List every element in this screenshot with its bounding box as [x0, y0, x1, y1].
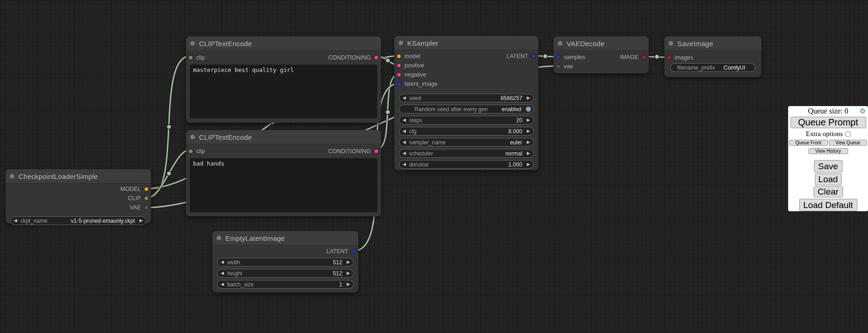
widget-denoise[interactable]: ◀ denoise 1.000 ▶	[399, 160, 534, 169]
decrement-icon[interactable]: ◀	[221, 271, 224, 275]
node-title-bar[interactable]: EmptyLatentImage	[212, 231, 358, 245]
input-slot-clip: clip	[186, 54, 205, 61]
widget-height[interactable]: ◀ height 512 ▶	[217, 269, 354, 278]
output-slot-vae: VAE	[6, 203, 151, 212]
slot-dot-vae[interactable]	[556, 64, 561, 69]
widget-cfg[interactable]: ◀ cfg 8.000 ▶	[399, 127, 534, 136]
node-save-image[interactable]: SaveImage images filename_prefix ComfyUI	[664, 36, 761, 77]
slot-dot-conditioning[interactable]	[374, 55, 379, 60]
node-clip-text-encode-positive[interactable]: CLIPTextEncode clip CONDITIONING masterp…	[186, 36, 381, 123]
collapse-dot-icon[interactable]	[190, 41, 195, 46]
increment-icon[interactable]: ▶	[527, 118, 530, 122]
increment-icon[interactable]: ▶	[347, 260, 350, 264]
slot-dot-positive[interactable]	[397, 63, 401, 68]
decrement-icon[interactable]: ◀	[403, 118, 406, 122]
node-title: CheckpointLoaderSimple	[18, 172, 98, 180]
input-slot-vae: vae	[554, 62, 649, 71]
node-title: EmptyLatentImage	[225, 234, 285, 242]
node-title-bar[interactable]: KSampler	[394, 36, 538, 50]
collapse-dot-icon[interactable]	[669, 41, 673, 46]
slot-dot-clip[interactable]	[144, 196, 149, 201]
prev-value-icon[interactable]: ◀	[14, 219, 17, 223]
queue-size-label: Queue size: 0	[808, 107, 848, 115]
increment-icon[interactable]: ▶	[347, 282, 350, 286]
widget-batch-size[interactable]: ◀ batch_size 1 ▶	[217, 280, 354, 289]
decrement-icon[interactable]: ◀	[403, 129, 406, 133]
output-slot-model: MODEL	[6, 184, 151, 194]
node-title: KSampler	[407, 39, 438, 47]
widget-ckpt-name[interactable]: ◀ ckpt_name v1-5-pruned-emaonly.ckpt ▶	[10, 216, 146, 225]
decrement-icon[interactable]: ◀	[221, 260, 224, 264]
prompt-textarea[interactable]: bad hands	[190, 158, 377, 212]
collapse-dot-icon[interactable]	[398, 41, 403, 45]
next-value-icon[interactable]: ▶	[139, 219, 143, 223]
increment-icon[interactable]: ▶	[527, 129, 530, 133]
toggle-knob-icon[interactable]	[526, 107, 531, 112]
slot-dot-conditioning[interactable]	[374, 149, 379, 154]
widget-random-seed-toggle[interactable]: Random seed after every gen enabled	[399, 105, 534, 113]
extra-options-row: Extra options	[788, 130, 868, 137]
slot-dot-clip[interactable]	[188, 55, 193, 60]
node-title-bar[interactable]: CLIPTextEncode	[186, 36, 381, 51]
increment-icon[interactable]: ▶	[527, 140, 530, 144]
slot-dot-model[interactable]	[144, 187, 149, 191]
increment-icon[interactable]: ▶	[347, 271, 350, 275]
load-default-button[interactable]: Load Default	[799, 199, 857, 211]
node-title-bar[interactable]: CLIPTextEncode	[186, 130, 381, 144]
node-title: SaveImage	[677, 40, 713, 48]
slot-dot-model[interactable]	[397, 54, 401, 59]
widget-filename-prefix[interactable]: filename_prefix ComfyUI	[670, 63, 755, 72]
widget-width[interactable]: ◀ width 512 ▶	[217, 258, 354, 267]
slot-dot-samples[interactable]	[556, 55, 561, 59]
slot-dot-vae[interactable]	[144, 205, 149, 210]
widget-seed[interactable]: ◀ seed 8566257 ▶	[399, 94, 534, 102]
input-slot-model: model	[394, 52, 538, 61]
slot-dot-negative[interactable]	[397, 72, 401, 77]
decrement-icon[interactable]: ◀	[403, 140, 406, 144]
increment-icon[interactable]: ▶	[527, 162, 530, 166]
collapse-dot-icon[interactable]	[10, 174, 14, 178]
node-empty-latent-image[interactable]: EmptyLatentImage LATENT ◀ width 512 ▶ ◀ …	[212, 231, 358, 292]
prompt-textarea[interactable]: masterpiece best quality girl	[190, 65, 377, 119]
node-ksampler[interactable]: KSampler LATENT model positive negative …	[394, 36, 538, 170]
input-slot-positive: positive	[394, 61, 538, 70]
node-title-bar[interactable]: CheckpointLoaderSimple	[6, 169, 151, 184]
node-checkpoint-loader[interactable]: CheckpointLoaderSimple MODEL CLIP VAE ◀ …	[6, 169, 151, 223]
slot-dot-latent[interactable]	[351, 249, 356, 254]
decrement-icon[interactable]: ◀	[403, 162, 406, 166]
save-button[interactable]: Save	[814, 160, 843, 172]
collapse-dot-icon[interactable]	[217, 236, 221, 240]
queue-size-row: Queue size: 0 ⚙	[788, 107, 868, 116]
view-queue-button[interactable]: View Queue	[829, 140, 868, 146]
clear-button[interactable]: Clear	[814, 186, 843, 198]
view-history-button[interactable]: View History	[808, 148, 848, 154]
widget-scheduler[interactable]: ◀ scheduler normal ▶	[399, 149, 534, 158]
settings-gear-icon[interactable]: ⚙	[860, 107, 866, 116]
output-slot-conditioning: CONDITIONING	[328, 148, 381, 155]
widget-steps[interactable]: ◀ steps 20 ▶	[399, 116, 534, 125]
node-title-bar[interactable]: VAEDecode	[554, 36, 649, 51]
increment-icon[interactable]: ▶	[527, 151, 530, 155]
load-button[interactable]: Load	[815, 173, 842, 185]
output-slot-latent: LATENT	[212, 247, 358, 256]
node-title-bar[interactable]: SaveImage	[664, 36, 761, 51]
collapse-dot-icon[interactable]	[558, 41, 562, 46]
queue-front-button[interactable]: Queue Front	[789, 140, 828, 146]
increment-icon[interactable]: ▶	[527, 96, 530, 100]
node-graph-canvas[interactable]: CheckpointLoaderSimple MODEL CLIP VAE ◀ …	[0, 0, 868, 333]
widget-sampler-name[interactable]: ◀ sampler_name euler ▶	[399, 138, 534, 147]
link-clip-positive	[147, 56, 191, 198]
extra-options-checkbox[interactable]	[845, 131, 850, 137]
output-slot-conditioning: CONDITIONING	[328, 54, 381, 61]
decrement-icon[interactable]: ◀	[403, 151, 406, 155]
collapse-dot-icon[interactable]	[190, 135, 195, 139]
slot-dot-clip[interactable]	[188, 149, 193, 154]
input-slot-samples: samples	[554, 53, 649, 62]
slot-dot-images[interactable]	[667, 55, 671, 60]
decrement-icon[interactable]: ◀	[403, 96, 406, 100]
node-clip-text-encode-negative[interactable]: CLIPTextEncode clip CONDITIONING bad han…	[186, 130, 381, 216]
decrement-icon[interactable]: ◀	[221, 282, 224, 286]
queue-prompt-button[interactable]: Queue Prompt	[790, 117, 866, 129]
slot-dot-latent-image[interactable]	[397, 82, 401, 86]
node-vae-decode[interactable]: VAEDecode IMAGE samples vae	[554, 36, 649, 73]
